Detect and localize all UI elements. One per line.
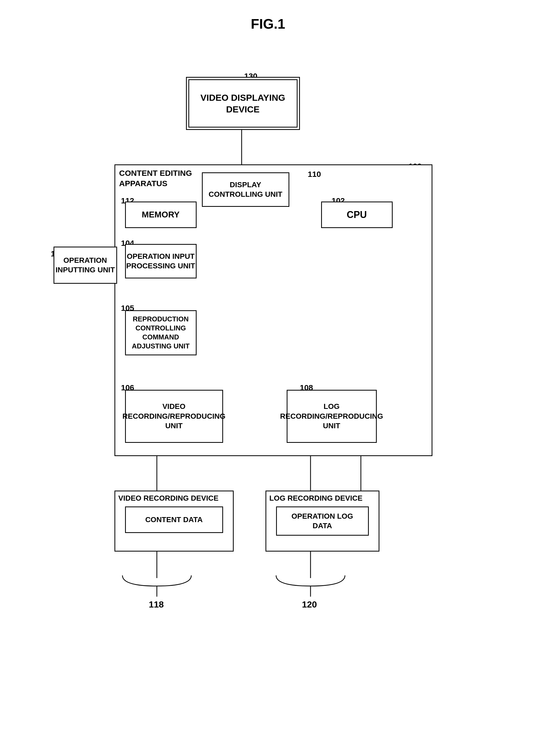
operation-input-processing-box: OPERATION INPUT PROCESSING UNIT bbox=[125, 244, 197, 278]
display-controlling-unit-box: DISPLAY CONTROLLING UNIT bbox=[202, 172, 289, 207]
page-title: FIG.1 bbox=[251, 16, 285, 32]
log-recording-reproducing-box: LOG RECORDING/REPRODUCING UNIT bbox=[287, 390, 377, 443]
ref-118: 118 bbox=[149, 599, 164, 610]
ref-120: 120 bbox=[302, 599, 317, 610]
memory-box: MEMORY bbox=[125, 201, 197, 228]
operation-log-data-box: OPERATION LOG DATA bbox=[276, 506, 369, 536]
ref-110: 110 bbox=[308, 170, 321, 179]
cpu-box: CPU bbox=[321, 201, 393, 228]
video-displaying-device-box: VIDEO DISPLAYING DEVICE bbox=[186, 77, 300, 130]
reproduction-controlling-box: REPRODUCTION CONTROLLING COMMAND ADJUSTI… bbox=[125, 310, 197, 355]
operation-inputting-unit-box: OPERATION INPUTTING UNIT bbox=[53, 247, 117, 284]
video-recording-reproducing-box: VIDEO RECORDING/REPRODUCING UNIT bbox=[125, 390, 223, 443]
content-data-box: CONTENT DATA bbox=[125, 506, 223, 533]
